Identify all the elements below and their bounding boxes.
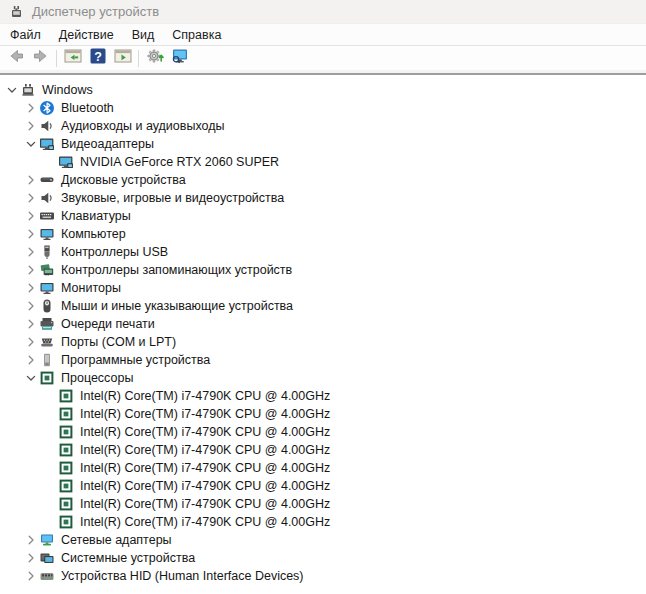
tree-item-cpu-4[interactable]: Intel(R) Core(TM) i7-4790K CPU @ 4.00GHz — [0, 441, 646, 459]
menu-view[interactable]: Вид — [123, 26, 164, 44]
chevron-right-icon[interactable] — [23, 226, 39, 242]
usb-icon — [39, 244, 55, 260]
menu-action[interactable]: Действие — [50, 26, 123, 44]
tree-item-label: Видеоадаптеры — [61, 137, 154, 151]
network-adapter-icon — [39, 532, 55, 548]
tree-item-label: Компьютер — [61, 227, 126, 241]
menu-help[interactable]: Справка — [163, 26, 230, 44]
tree-item-ports[interactable]: Порты (COM и LPT) — [0, 333, 646, 351]
tree-item-label: Дисковые устройства — [61, 173, 186, 187]
disk-drive-icon — [39, 172, 55, 188]
monitor-icon — [39, 280, 55, 296]
chevron-right-icon[interactable] — [23, 280, 39, 296]
speaker-icon — [39, 190, 55, 206]
device-manager-icon — [8, 4, 24, 20]
tree-item-gpu-nvidia[interactable]: NVIDIA GeForce RTX 2060 SUPER — [0, 153, 646, 171]
chevron-right-icon[interactable] — [23, 100, 39, 116]
chevron-right-icon[interactable] — [23, 172, 39, 188]
forward-button[interactable] — [28, 47, 53, 69]
chevron-right-icon[interactable] — [23, 118, 39, 134]
tree-item-cpu-7[interactable]: Intel(R) Core(TM) i7-4790K CPU @ 4.00GHz — [0, 495, 646, 513]
tree-item-usb-controllers[interactable]: Контроллеры USB — [0, 243, 646, 261]
tree-item-label: Порты (COM и LPT) — [61, 335, 176, 349]
show-console-tree-button[interactable] — [60, 47, 85, 69]
forward-arrow-icon — [31, 46, 51, 70]
tree-item-hid-devices[interactable]: Устройства HID (Human Interface Devices) — [0, 567, 646, 585]
tree-item-label: Intel(R) Core(TM) i7-4790K CPU @ 4.00GHz — [80, 515, 330, 529]
tree-item-label: Intel(R) Core(TM) i7-4790K CPU @ 4.00GHz — [80, 497, 330, 511]
chevron-spacer — [42, 496, 58, 512]
cpu-icon — [39, 370, 55, 386]
chevron-spacer — [42, 442, 58, 458]
chevron-down-icon[interactable] — [23, 136, 39, 152]
tree-item-network-adapters[interactable]: Сетевые адаптеры — [0, 531, 646, 549]
chevron-right-icon[interactable] — [23, 244, 39, 260]
tree-item-label: Intel(R) Core(TM) i7-4790K CPU @ 4.00GHz — [80, 389, 330, 403]
tree-item-system-devices[interactable]: Системные устройства — [0, 549, 646, 567]
toolbar: ? — [0, 46, 646, 70]
bluetooth-icon — [39, 100, 55, 116]
help-button[interactable]: ? — [85, 47, 110, 69]
chevron-right-icon[interactable] — [23, 208, 39, 224]
tree-item-label: Windows — [42, 83, 93, 97]
tree-item-cpu-8[interactable]: Intel(R) Core(TM) i7-4790K CPU @ 4.00GHz — [0, 513, 646, 531]
tree-item-sound-devices[interactable]: Звуковые, игровые и видеоустройства — [0, 189, 646, 207]
tree-item-windows-root[interactable]: Windows — [0, 81, 646, 99]
chevron-right-icon[interactable] — [23, 190, 39, 206]
chevron-right-icon[interactable] — [23, 262, 39, 278]
chevron-spacer — [42, 154, 58, 170]
tree-item-storage-controllers[interactable]: Контроллеры запоминающих устройств — [0, 261, 646, 279]
tree-item-label: Контроллеры запоминающих устройств — [61, 263, 292, 277]
chevron-right-icon[interactable] — [23, 550, 39, 566]
tree-item-processors[interactable]: Процессоры — [0, 369, 646, 387]
tree-item-cpu-5[interactable]: Intel(R) Core(TM) i7-4790K CPU @ 4.00GHz — [0, 459, 646, 477]
back-arrow-icon — [6, 46, 26, 70]
tree-item-cpu-3[interactable]: Intel(R) Core(TM) i7-4790K CPU @ 4.00GHz — [0, 423, 646, 441]
scan-hardware-icon — [145, 46, 165, 70]
chevron-right-icon[interactable] — [23, 532, 39, 548]
software-device-icon — [39, 352, 55, 368]
tree-item-print-queues[interactable]: Очереди печати — [0, 315, 646, 333]
tree-item-cpu-2[interactable]: Intel(R) Core(TM) i7-4790K CPU @ 4.00GHz — [0, 405, 646, 423]
tree-item-label: Мониторы — [61, 281, 121, 295]
console-tree-window-icon — [63, 46, 83, 70]
cpu-icon — [58, 424, 74, 440]
chevron-right-icon[interactable] — [23, 334, 39, 350]
cpu-icon — [58, 388, 74, 404]
tree-item-bluetooth[interactable]: Bluetooth — [0, 99, 646, 117]
computer-icon — [20, 82, 36, 98]
tree-item-computer[interactable]: Компьютер — [0, 225, 646, 243]
tree-item-cpu-1[interactable]: Intel(R) Core(TM) i7-4790K CPU @ 4.00GHz — [0, 387, 646, 405]
tree-item-label: NVIDIA GeForce RTX 2060 SUPER — [80, 155, 279, 169]
tree-item-keyboards[interactable]: Клавиатуры — [0, 207, 646, 225]
toolbar-divider — [138, 50, 139, 67]
tree-item-software-devices[interactable]: Программные устройства — [0, 351, 646, 369]
tree-item-mice[interactable]: Мыши и иные указывающие устройства — [0, 297, 646, 315]
chevron-down-icon[interactable] — [4, 82, 20, 98]
back-button[interactable] — [3, 47, 28, 69]
cpu-icon — [58, 514, 74, 530]
properties-window-button[interactable] — [110, 47, 135, 69]
chevron-right-icon[interactable] — [23, 298, 39, 314]
chevron-right-icon[interactable] — [23, 352, 39, 368]
tree-item-monitors[interactable]: Мониторы — [0, 279, 646, 297]
chevron-spacer — [42, 406, 58, 422]
scan-hardware-button[interactable] — [142, 47, 167, 69]
chevron-spacer — [42, 388, 58, 404]
chevron-right-icon[interactable] — [23, 568, 39, 584]
tree-item-display-adapters[interactable]: Видеоадаптеры — [0, 135, 646, 153]
cpu-icon — [58, 442, 74, 458]
tree-item-disk-devices[interactable]: Дисковые устройства — [0, 171, 646, 189]
chevron-down-icon[interactable] — [23, 370, 39, 386]
chevron-spacer — [42, 424, 58, 440]
storage-controller-icon — [39, 262, 55, 278]
tree-item-audio-inputs[interactable]: Аудиовходы и аудиовыходы — [0, 117, 646, 135]
tree-item-label: Intel(R) Core(TM) i7-4790K CPU @ 4.00GHz — [80, 461, 330, 475]
tree-item-label: Устройства HID (Human Interface Devices) — [61, 569, 304, 583]
chevron-right-icon[interactable] — [23, 316, 39, 332]
remote-computer-button[interactable] — [167, 47, 192, 69]
display-adapter-icon — [39, 136, 55, 152]
properties-window-icon — [113, 46, 133, 70]
tree-item-cpu-6[interactable]: Intel(R) Core(TM) i7-4790K CPU @ 4.00GHz — [0, 477, 646, 495]
menu-file[interactable]: Файл — [1, 26, 50, 44]
